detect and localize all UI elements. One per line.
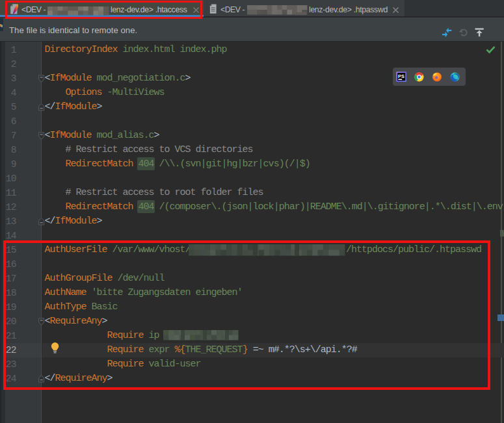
svg-text:PS: PS (398, 73, 405, 79)
